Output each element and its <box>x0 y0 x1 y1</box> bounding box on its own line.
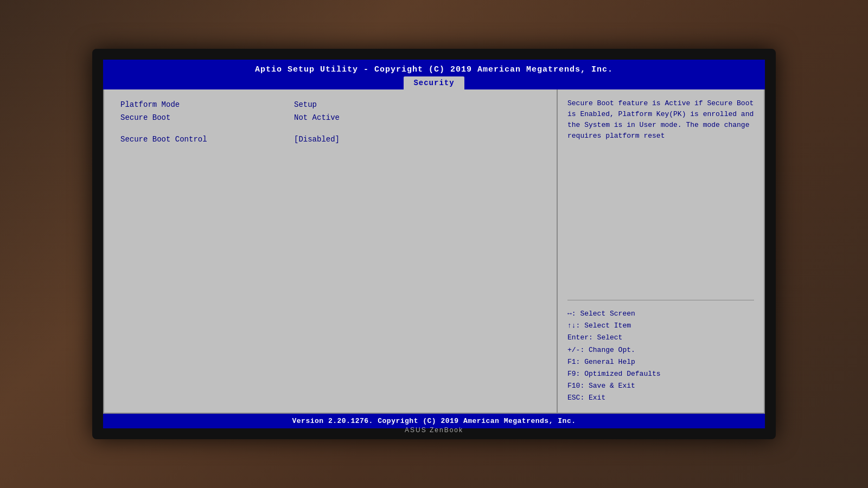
key-f1: F1: General Help <box>567 356 754 368</box>
secure-boot-control-value[interactable]: [Disabled] <box>294 135 340 144</box>
secure-boot-label: Secure Boot <box>120 113 294 122</box>
footer-text: Version 2.20.1276. Copyright (C) 2019 Am… <box>292 417 576 425</box>
bios-header: Aptio Setup Utility - Copyright (C) 2019… <box>103 60 765 89</box>
key-enter: Enter: Select <box>567 332 754 344</box>
secure-boot-control-label: Secure Boot Control <box>120 135 294 144</box>
laptop-background: Aptio Setup Utility - Copyright (C) 2019… <box>0 0 868 488</box>
bios-tab-bar: Security <box>103 76 765 89</box>
screen-bezel: Aptio Setup Utility - Copyright (C) 2019… <box>92 49 776 439</box>
field-row-secure-boot-control[interactable]: Secure Boot Control [Disabled] <box>120 135 540 144</box>
key-f10: F10: Save & Exit <box>567 380 754 392</box>
bios-main-panel: Platform Mode Setup Secure Boot Not Acti… <box>104 89 558 413</box>
bios-content: Platform Mode Setup Secure Boot Not Acti… <box>103 89 765 414</box>
field-row-secure-boot: Secure Boot Not Active <box>120 113 540 122</box>
keys-section: ↔: Select Screen ↑↓: Select Item Enter: … <box>567 308 754 404</box>
field-row-platform-mode: Platform Mode Setup <box>120 100 540 109</box>
bios-title: Aptio Setup Utility - Copyright (C) 2019… <box>103 63 765 76</box>
bios-screen: Aptio Setup Utility - Copyright (C) 2019… <box>103 60 765 428</box>
key-esc: ESC: Exit <box>567 392 754 404</box>
key-select-item: ↑↓: Select Item <box>567 320 754 332</box>
platform-mode-value: Setup <box>294 100 317 109</box>
key-change-opt: +/-: Change Opt. <box>567 344 754 356</box>
platform-mode-label: Platform Mode <box>120 100 294 109</box>
key-f9: F9: Optimized Defaults <box>567 368 754 380</box>
key-select-screen: ↔: Select Screen <box>567 308 754 320</box>
secure-boot-value: Not Active <box>294 113 340 122</box>
help-text: Secure Boot feature is Active if Secure … <box>567 98 754 300</box>
tab-security[interactable]: Security <box>404 76 464 89</box>
bios-side-panel: Secure Boot feature is Active if Secure … <box>558 89 764 413</box>
asus-label: ASUS ZenBook <box>405 426 463 434</box>
spacer <box>120 126 540 135</box>
